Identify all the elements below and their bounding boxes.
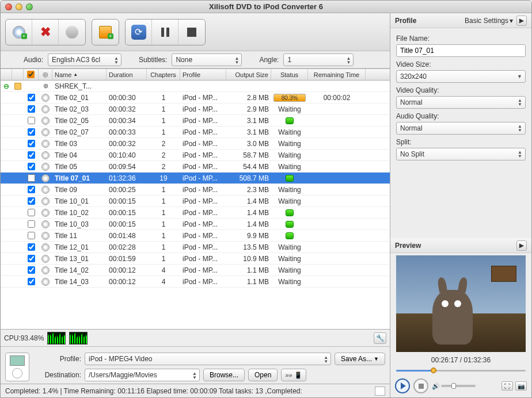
row-checkbox[interactable] <box>28 266 35 274</box>
subtitles-select[interactable]: None▲▼ <box>172 53 242 66</box>
table-row[interactable]: Title 1100:01:481iPod - MP...9.9 MB <box>1 230 390 242</box>
settings-button[interactable]: 🔧 <box>374 332 386 344</box>
volume-icon[interactable]: 🔊 <box>432 382 438 390</box>
row-checkbox[interactable] <box>28 255 35 262</box>
row-duration: 00:00:32 <box>107 104 147 114</box>
row-duration: 00:00:12 <box>107 276 147 287</box>
filename-input[interactable] <box>396 44 526 57</box>
table-row[interactable]: Title 02_0500:00:341iPod - MP...3.1 MB <box>1 115 390 127</box>
disc-icon <box>41 151 50 159</box>
status-header[interactable]: Status <box>271 69 308 80</box>
check-all-header[interactable] <box>24 69 39 80</box>
snapshot-button[interactable]: 📷 <box>515 381 527 391</box>
row-duration: 00:10:40 <box>107 150 147 160</box>
row-checkbox[interactable] <box>28 105 35 113</box>
output-size-header[interactable]: Output Size <box>226 69 271 80</box>
disc-header[interactable]: ◎ <box>39 69 52 80</box>
info-button[interactable] <box>59 20 85 45</box>
audio-select[interactable]: English AC3 6cl▲▼ <box>48 53 121 66</box>
videosize-select[interactable]: 320x240▼ <box>396 70 526 83</box>
preview-video[interactable] <box>396 255 526 352</box>
task-list-button[interactable] <box>375 386 385 396</box>
row-checkbox[interactable] <box>28 209 35 216</box>
cpu-bar: CPU:93.48% 🔧 <box>1 329 390 346</box>
table-row[interactable]: Title 10_0300:00:151iPod - MP...1.4 MB <box>1 219 390 230</box>
convert-button[interactable]: ⟳ <box>126 20 152 45</box>
table-row[interactable]: Title 0300:00:322iPod - MP...3.0 MBWaiti… <box>1 138 390 150</box>
row-duration: 00:00:25 <box>107 184 147 195</box>
row-checkbox[interactable] <box>28 117 35 124</box>
table-row[interactable]: Title 02_0100:00:301iPod - MP...2.8 MB80… <box>1 92 390 104</box>
videoquality-label: Video Quality: <box>396 86 526 94</box>
name-header[interactable]: Name▲ <box>52 69 107 80</box>
add-clip-button[interactable]: + <box>92 20 119 45</box>
table-row[interactable]: Title 0500:09:542iPod - MP...54.4 MBWait… <box>1 161 390 173</box>
volume-slider[interactable] <box>441 385 476 387</box>
table-row[interactable]: Title 07_0101:32:3619iPod - MP...508.7 M… <box>1 173 390 184</box>
row-chapters: 1 <box>147 92 180 103</box>
chapters-header[interactable]: Chapters <box>147 69 180 80</box>
table-row[interactable]: Title 10_0100:00:151iPod - MP...1.4 MBWa… <box>1 196 390 207</box>
save-as-button[interactable]: Save As... ▼ <box>335 353 385 365</box>
stop-convert-button[interactable] <box>178 20 205 45</box>
preview-seek-slider[interactable] <box>396 368 526 373</box>
row-checkbox[interactable] <box>28 140 35 147</box>
row-checkbox[interactable] <box>28 163 35 170</box>
table-row[interactable]: Title 14_0300:00:124iPod - MP...1.1 MBWa… <box>1 276 390 288</box>
open-button[interactable]: Open <box>248 369 278 381</box>
row-checkbox[interactable] <box>28 243 35 251</box>
root-name: SHREK_T... <box>52 81 107 91</box>
fullscreen-button[interactable]: ⛶ <box>501 381 513 391</box>
row-checkbox[interactable] <box>28 174 35 182</box>
table-row[interactable]: Title 0900:00:251iPod - MP...2.3 MBWaiti… <box>1 184 390 196</box>
browse-button[interactable]: Browse... <box>203 369 245 381</box>
row-checkbox[interactable] <box>28 128 35 136</box>
profile-header[interactable]: Profile <box>180 69 226 80</box>
transfer-to-device-button[interactable]: »» 📱 <box>281 369 306 381</box>
play-button[interactable] <box>395 378 410 393</box>
profile-panel-collapse-button[interactable]: ▶ <box>516 16 527 26</box>
audioquality-select[interactable]: Normal▲▼ <box>396 122 526 135</box>
delete-button[interactable]: ✖ <box>32 20 59 45</box>
disc-icon <box>41 232 50 240</box>
row-chapters: 1 <box>147 104 180 114</box>
profile-select[interactable]: iPod - MPEG4 Video▲▼ <box>85 353 331 365</box>
table-root-row[interactable]: ⊖⊚SHREK_T... <box>1 81 390 92</box>
collapse-icon[interactable]: ⊖ <box>3 82 9 90</box>
pause-convert-button[interactable] <box>152 20 178 45</box>
table-row[interactable]: Title 12_0100:02:281iPod - MP...13.5 MBW… <box>1 242 390 253</box>
row-checkbox[interactable] <box>28 94 35 101</box>
row-chapters: 1 <box>147 207 180 218</box>
preview-panel-collapse-button[interactable]: ▶ <box>516 240 527 251</box>
duration-header[interactable]: Duration <box>107 69 147 80</box>
table-row[interactable]: Title 10_0200:00:151iPod - MP...1.4 MB <box>1 207 390 219</box>
row-checkbox[interactable] <box>28 186 35 193</box>
remaining-header[interactable]: Remaining Time <box>308 69 366 80</box>
add-dvd-button[interactable]: + <box>6 20 32 45</box>
stop-button[interactable] <box>413 378 428 393</box>
row-profile: iPod - MP... <box>180 207 226 218</box>
table-row[interactable]: Title 13_0100:01:591iPod - MP...10.9 MBW… <box>1 253 390 265</box>
row-checkbox[interactable] <box>28 197 35 205</box>
table-row[interactable]: Title 02_0700:00:331iPod - MP...3.1 MBWa… <box>1 127 390 138</box>
table-body[interactable]: ⊖⊚SHREK_T...Title 02_0100:00:301iPod - M… <box>1 81 390 329</box>
table-row[interactable]: Title 0400:10:402iPod - MP...58.7 MBWait… <box>1 150 390 161</box>
row-chapters: 2 <box>147 138 180 149</box>
row-checkbox[interactable] <box>28 278 35 285</box>
table-row[interactable]: Title 02_0300:00:321iPod - MP...2.9 MBWa… <box>1 104 390 115</box>
row-checkbox[interactable] <box>28 220 35 228</box>
table-row[interactable]: Title 14_0200:00:124iPod - MP...1.1 MBWa… <box>1 265 390 276</box>
row-profile: iPod - MP... <box>180 150 226 160</box>
row-checkbox[interactable] <box>28 151 35 159</box>
row-chapters: 1 <box>147 196 180 206</box>
split-select[interactable]: No Split▲▼ <box>396 148 526 160</box>
videoquality-select[interactable]: Normal▲▼ <box>396 96 526 109</box>
row-remaining <box>308 207 366 218</box>
row-chapters: 1 <box>147 242 180 252</box>
row-checkbox[interactable] <box>28 232 35 239</box>
info-icon <box>66 26 78 39</box>
basic-settings-dropdown[interactable]: Basic Settings ▾ <box>465 17 513 25</box>
row-duration: 00:01:59 <box>107 253 147 264</box>
destination-field[interactable]: /Users/Maggie/Movies▲▼ <box>85 369 200 381</box>
angle-select[interactable]: 1▲▼ <box>283 53 354 66</box>
